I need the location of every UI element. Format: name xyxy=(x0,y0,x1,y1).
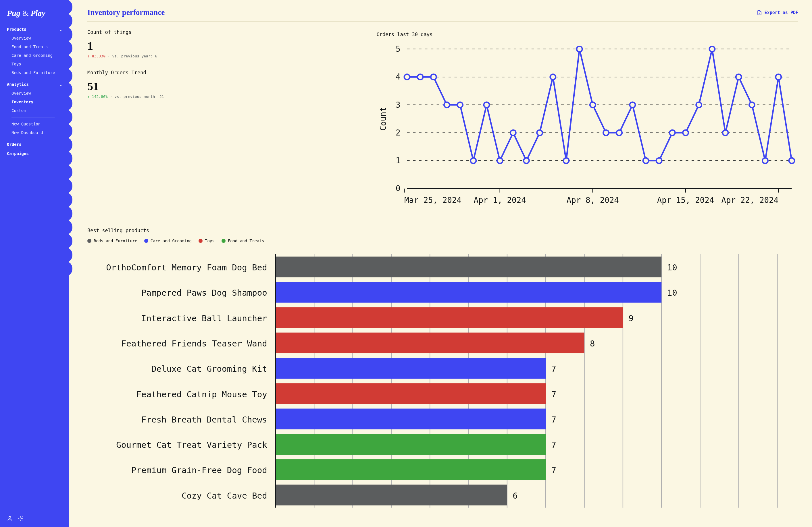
svg-point-34 xyxy=(510,130,516,135)
sidebar-item-campaigns[interactable]: Campaigns xyxy=(4,149,64,158)
main-content: Inventory performance Export as PDF Coun… xyxy=(69,0,812,527)
svg-text:7: 7 xyxy=(551,390,556,399)
sidebar-item-beds-and-furniture[interactable]: Beds and Furniture xyxy=(4,68,64,77)
svg-point-51 xyxy=(736,74,741,80)
gear-icon[interactable] xyxy=(18,515,24,521)
svg-text:OrthoComfort Memory Foam Dog B: OrthoComfort Memory Foam Dog Bed xyxy=(106,262,267,272)
user-icon[interactable] xyxy=(7,515,13,521)
sidebar-group-label: Products xyxy=(7,27,26,32)
sidebar-item-inventory[interactable]: Inventory xyxy=(4,97,64,106)
svg-point-54 xyxy=(775,74,781,80)
chevron-down-icon: ⌄ xyxy=(60,27,62,32)
svg-text:Apr 1, 2024: Apr 1, 2024 xyxy=(474,195,526,205)
svg-text:Apr 8, 2024: Apr 8, 2024 xyxy=(566,195,619,205)
svg-text:10: 10 xyxy=(667,262,677,272)
svg-text:5: 5 xyxy=(396,44,401,54)
svg-point-39 xyxy=(577,46,582,52)
sidebar-item-new-question[interactable]: New Question xyxy=(4,120,64,128)
svg-point-26 xyxy=(404,74,410,80)
sidebar-footer xyxy=(0,510,69,527)
sidebar-group-label: Analytics xyxy=(7,82,29,87)
svg-point-40 xyxy=(590,102,595,108)
metric-orders-delta: 142.86% xyxy=(92,94,108,99)
svg-point-32 xyxy=(484,102,489,108)
svg-point-46 xyxy=(669,130,675,135)
svg-text:7: 7 xyxy=(551,364,556,374)
svg-point-50 xyxy=(723,130,728,135)
svg-point-1 xyxy=(20,518,21,519)
legend-dot-care xyxy=(144,239,148,243)
metric-count-title: Count of things xyxy=(87,28,360,35)
svg-point-27 xyxy=(418,74,423,80)
svg-text:Apr 22, 2024: Apr 22, 2024 xyxy=(721,195,778,205)
svg-point-35 xyxy=(523,158,529,163)
svg-point-53 xyxy=(762,158,768,163)
file-pdf-icon xyxy=(757,10,762,15)
svg-text:Count: Count xyxy=(378,107,388,131)
best-sellers-bar-chart: OrthoComfort Memory Foam Dog Bed10Pamper… xyxy=(87,243,798,515)
metric-count-delta: 83.33% xyxy=(92,54,105,58)
svg-point-38 xyxy=(564,158,569,163)
svg-point-44 xyxy=(643,158,649,163)
sidebar-item-overview[interactable]: Overview xyxy=(4,34,64,43)
svg-text:4: 4 xyxy=(396,72,401,81)
svg-rect-93 xyxy=(276,459,546,480)
svg-point-31 xyxy=(470,158,476,163)
svg-point-36 xyxy=(537,130,542,135)
svg-text:Gourmet Cat Treat Variety Pack: Gourmet Cat Treat Variety Pack xyxy=(116,440,267,450)
svg-point-33 xyxy=(497,158,503,163)
svg-point-37 xyxy=(550,74,555,80)
sidebar-item-food-and-treats[interactable]: Food and Treats xyxy=(4,43,64,51)
legend-food: Food and Treats xyxy=(221,239,264,243)
svg-text:7: 7 xyxy=(551,415,556,424)
orders-line-chart: 012345CountMar 25, 2024Apr 1, 2024Apr 8,… xyxy=(377,43,798,213)
svg-text:Fresh Breath Dental Chews: Fresh Breath Dental Chews xyxy=(141,415,267,424)
legend-dot-food xyxy=(221,239,226,243)
orders-chart-title: Orders last 30 days xyxy=(377,30,798,37)
svg-text:7: 7 xyxy=(551,465,556,475)
chevron-down-icon: ⌄ xyxy=(60,82,62,87)
svg-rect-87 xyxy=(276,409,546,430)
brand-logo[interactable]: Pug & Play xyxy=(0,0,69,25)
export-label: Export as PDF xyxy=(765,10,798,15)
svg-point-52 xyxy=(749,102,755,108)
svg-text:3: 3 xyxy=(396,100,401,109)
svg-rect-78 xyxy=(276,333,584,353)
sidebar-group-products[interactable]: Products ⌄ xyxy=(4,25,64,34)
svg-text:Pampered Paws Dog Shampoo: Pampered Paws Dog Shampoo xyxy=(141,288,267,298)
svg-rect-72 xyxy=(276,282,662,303)
sidebar-item-orders[interactable]: Orders xyxy=(4,140,64,149)
sidebar-item-label: Orders xyxy=(7,142,21,147)
sidebar-item-new-dashboard[interactable]: New Dashboard xyxy=(4,128,64,137)
metric-orders-title: Monthly Orders Trend xyxy=(87,69,360,75)
svg-text:7: 7 xyxy=(551,440,556,450)
legend-dot-beds xyxy=(87,239,91,243)
svg-point-55 xyxy=(789,158,794,163)
sidebar-item-label: Campaigns xyxy=(7,151,29,156)
sidebar-item-toys[interactable]: Toys xyxy=(4,60,64,68)
sidebar-group-analytics[interactable]: Analytics ⌄ xyxy=(4,80,64,89)
arrow-down-icon: ↓ xyxy=(87,54,90,58)
sidebar-item-analytics-overview[interactable]: Overview xyxy=(4,89,64,97)
arrow-up-icon: ↑ xyxy=(87,94,90,99)
svg-text:Feathered Friends Teaser Wand: Feathered Friends Teaser Wand xyxy=(121,339,267,348)
svg-rect-84 xyxy=(276,383,546,404)
legend-beds: Beds and Furniture xyxy=(87,239,137,243)
svg-text:0: 0 xyxy=(396,184,401,193)
svg-point-0 xyxy=(9,516,11,518)
sidebar-item-custom[interactable]: Custom xyxy=(4,106,64,115)
sidebar-item-care-and-grooming[interactable]: Care and Grooming xyxy=(4,51,64,60)
best-sellers-title: Best selling products xyxy=(87,226,798,234)
best-sellers-legend: Beds and Furniture Care and Grooming Toy… xyxy=(87,239,798,243)
legend-care: Care and Grooming xyxy=(144,239,192,243)
metric-dot: · xyxy=(108,54,110,58)
svg-point-49 xyxy=(709,46,715,52)
svg-rect-90 xyxy=(276,434,546,455)
svg-text:Feathered Catnip Mouse Toy: Feathered Catnip Mouse Toy xyxy=(136,390,267,399)
export-pdf-button[interactable]: Export as PDF xyxy=(757,10,798,15)
metric-dot: · xyxy=(110,94,112,99)
svg-text:Mar 25, 2024: Mar 25, 2024 xyxy=(404,195,462,205)
legend-toys: Toys xyxy=(199,239,215,243)
svg-point-30 xyxy=(457,102,463,108)
svg-point-45 xyxy=(656,158,662,163)
